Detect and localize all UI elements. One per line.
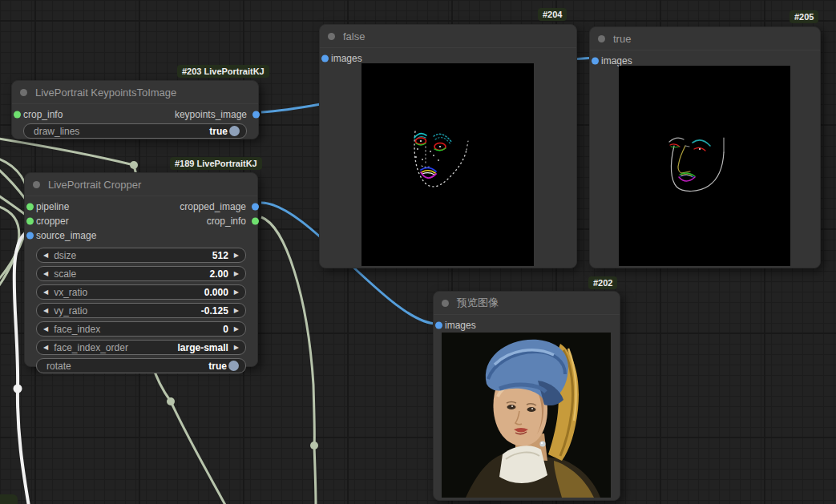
wire-crop-info-out bbox=[261, 217, 316, 504]
widget-vy-ratio[interactable]: ◀ vy_ratio -0.125 ▶ bbox=[36, 303, 246, 318]
node-graph-canvas[interactable]: #203 LivePortraitKJ LivePortrait Keypoin… bbox=[0, 0, 836, 504]
widget-value: 0 bbox=[223, 324, 228, 335]
face-outline-drawing bbox=[619, 66, 790, 266]
stepper-left-icon[interactable]: ◀ bbox=[43, 325, 48, 333]
input-slot-crop-info[interactable] bbox=[14, 111, 21, 119]
widget-value: true bbox=[209, 126, 228, 137]
collapse-dot-icon[interactable] bbox=[328, 33, 335, 40]
collapse-dot-icon[interactable] bbox=[442, 300, 449, 307]
widget-value: 0.000 bbox=[204, 287, 228, 298]
input-label: pipeline bbox=[36, 201, 69, 212]
widget-value: 2.00 bbox=[209, 268, 228, 280]
widget-label: vx_ratio bbox=[54, 287, 87, 298]
toggle-knob[interactable] bbox=[229, 126, 240, 136]
input-label: crop_info bbox=[23, 109, 63, 120]
stepper-left-icon[interactable]: ◀ bbox=[43, 252, 48, 259]
input-slot-cropper[interactable] bbox=[26, 218, 34, 225]
input-label: images bbox=[445, 320, 476, 331]
collapse-dot-icon[interactable] bbox=[20, 89, 27, 96]
input-slot-images[interactable] bbox=[435, 322, 442, 329]
widget-label: face_index_order bbox=[54, 342, 128, 353]
output-slot-crop-info[interactable] bbox=[252, 218, 259, 225]
stepper-right-icon[interactable]: ▶ bbox=[234, 307, 239, 314]
stepper-right-icon[interactable]: ▶ bbox=[234, 252, 239, 259]
input-slot-pipeline[interactable] bbox=[26, 204, 34, 211]
node-title-bar[interactable]: false bbox=[320, 25, 576, 48]
stepper-right-icon[interactable]: ▶ bbox=[234, 288, 239, 296]
widget-dsize[interactable]: ◀ dsize 512 ▶ bbox=[36, 248, 246, 263]
node-badge: #203 LivePortraitKJ bbox=[177, 65, 269, 78]
stepper-left-icon[interactable]: ◀ bbox=[43, 288, 48, 296]
reroute-dot bbox=[167, 397, 175, 405]
output-slot-keypoints-image[interactable] bbox=[252, 111, 260, 119]
collapse-dot-icon[interactable] bbox=[598, 35, 605, 42]
output-label: keypoints_image bbox=[175, 109, 247, 120]
input-slot-images[interactable] bbox=[592, 58, 599, 65]
stepper-right-icon[interactable]: ▶ bbox=[234, 344, 239, 351]
widget-value: 512 bbox=[212, 250, 228, 261]
node-title: LivePortrait KeypointsToImage bbox=[35, 87, 176, 99]
reroute-dot bbox=[130, 161, 138, 169]
input-label: images bbox=[601, 55, 632, 67]
stepper-left-icon[interactable]: ◀ bbox=[43, 344, 48, 351]
widget-vx-ratio[interactable]: ◀ vx_ratio 0.000 ▶ bbox=[36, 284, 246, 300]
node-title: true bbox=[613, 33, 631, 45]
input-slot-source-image[interactable] bbox=[26, 232, 34, 240]
node-badge: #202 bbox=[588, 276, 617, 289]
widget-face-index[interactable]: ◀ face_index 0 ▶ bbox=[36, 321, 246, 337]
collapse-dot-icon[interactable] bbox=[33, 181, 40, 188]
input-label: source_image bbox=[36, 230, 96, 241]
widget-label: face_index bbox=[54, 324, 100, 335]
output-label: crop_info bbox=[207, 216, 246, 227]
stepper-right-icon[interactable]: ▶ bbox=[234, 270, 239, 277]
widget-rotate[interactable]: rotate true bbox=[36, 358, 246, 373]
node-badge: #204 bbox=[538, 8, 567, 21]
widget-draw-lines[interactable]: draw_lines true bbox=[23, 123, 247, 139]
input-label: cropper bbox=[36, 216, 69, 227]
widget-label: vy_ratio bbox=[54, 305, 87, 317]
node-title: LivePortrait Cropper bbox=[48, 179, 141, 191]
output-slot-cropped-image[interactable] bbox=[252, 204, 259, 211]
widget-label: draw_lines bbox=[34, 126, 79, 137]
widget-value: -0.125 bbox=[201, 305, 228, 317]
widget-scale[interactable]: ◀ scale 2.00 ▶ bbox=[36, 266, 246, 281]
keypoints-image-preview bbox=[361, 63, 534, 266]
input-label: images bbox=[331, 53, 362, 64]
node-liveportrait-cropper[interactable]: LivePortrait Cropper pipeline cropper so… bbox=[24, 172, 258, 367]
node-title: false bbox=[343, 30, 365, 42]
output-label: cropped_image bbox=[180, 201, 246, 212]
widget-value: large-small bbox=[177, 342, 228, 353]
face-keypoints-drawing bbox=[361, 63, 534, 266]
node-title: 预览图像 bbox=[457, 296, 499, 310]
node-title-bar[interactable]: LivePortrait Cropper bbox=[25, 173, 257, 196]
partial-node-fragment bbox=[0, 494, 18, 504]
stepper-left-icon[interactable]: ◀ bbox=[43, 270, 48, 277]
node-keypoints-to-image[interactable]: LivePortrait KeypointsToImage crop_info … bbox=[11, 80, 259, 139]
toggle-knob[interactable] bbox=[228, 361, 239, 371]
node-title-bar[interactable]: LivePortrait KeypointsToImage bbox=[12, 81, 258, 104]
node-badge: #205 bbox=[790, 10, 818, 23]
node-preview-false[interactable]: false images bbox=[319, 24, 577, 268]
node-title-bar[interactable]: true bbox=[590, 27, 820, 50]
reroute-dot bbox=[310, 442, 318, 450]
node-preview-true[interactable]: true images bbox=[589, 26, 821, 268]
stepper-left-icon[interactable]: ◀ bbox=[43, 307, 48, 314]
widget-face-index-order[interactable]: ◀ face_index_order large-small ▶ bbox=[36, 340, 246, 355]
input-slot-images[interactable] bbox=[321, 55, 329, 62]
node-preview-image[interactable]: 预览图像 images bbox=[433, 291, 620, 501]
stepper-right-icon[interactable]: ▶ bbox=[234, 325, 239, 333]
widget-label: dsize bbox=[54, 250, 76, 261]
node-title-bar[interactable]: 预览图像 bbox=[434, 292, 620, 315]
widget-label: rotate bbox=[46, 361, 71, 372]
node-badge: #189 LivePortraitKJ bbox=[170, 157, 262, 170]
widget-value: true bbox=[208, 361, 227, 372]
girl-with-pearl-earring-painting bbox=[442, 333, 611, 498]
widget-label: scale bbox=[54, 268, 76, 280]
reroute-dot bbox=[14, 385, 22, 393]
keypoints-lines-preview bbox=[619, 66, 790, 266]
portrait-image-preview bbox=[442, 333, 611, 498]
